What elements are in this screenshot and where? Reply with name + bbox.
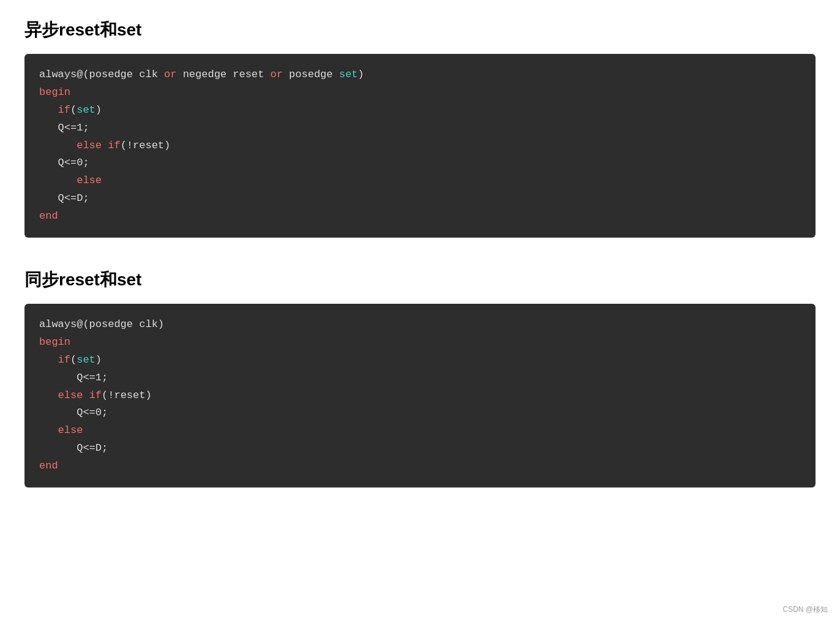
code-line: Q<=D; <box>39 190 801 208</box>
code-token <box>39 424 58 436</box>
code-line: begin <box>39 84 801 102</box>
code-token: Q<=0; <box>39 157 89 168</box>
code-token: set <box>339 69 358 80</box>
code-token: if <box>58 104 70 116</box>
code-token: else <box>58 424 83 436</box>
code-line: end <box>39 457 801 475</box>
code-token: always@(posedge clk <box>39 69 164 80</box>
section2-title: 同步reset和set <box>24 268 816 292</box>
code-token: ) <box>96 104 102 116</box>
code-token: or <box>270 69 282 80</box>
code-token: else <box>77 175 102 186</box>
code-line: if(set) <box>39 102 801 119</box>
code-line: else if(!reset) <box>39 137 801 155</box>
code-token: always@(posedge clk) <box>39 318 164 330</box>
code-token: negedge reset <box>176 69 270 80</box>
code-line: else <box>39 422 801 440</box>
code-token: else <box>77 140 108 151</box>
code-line: Q<=1; <box>39 119 801 137</box>
code-token: Q<=1; <box>39 372 108 383</box>
code-token <box>39 175 77 186</box>
code-token: ) <box>96 354 102 366</box>
code-token: set <box>77 354 96 366</box>
code-token: end <box>39 460 58 472</box>
code-line: Q<=0; <box>39 404 801 422</box>
code-token: else <box>58 390 89 401</box>
code-token: ) <box>358 69 364 80</box>
code-token: ( <box>70 354 77 366</box>
code-line: if(set) <box>39 352 801 369</box>
code-token: posedge <box>283 69 339 80</box>
code-line: always@(posedge clk or negedge reset or … <box>39 66 801 84</box>
code-line: Q<=1; <box>39 369 801 387</box>
code-token <box>39 140 77 151</box>
code-token: begin <box>39 86 70 98</box>
code-token: if <box>108 140 120 151</box>
code-token: (!reset) <box>121 140 171 151</box>
code-token <box>39 354 58 366</box>
code-token <box>39 390 58 401</box>
code-token: end <box>39 210 58 222</box>
code-token: Q<=0; <box>39 407 108 418</box>
section2-code-block: always@(posedge clk)begin if(set) Q<=1; … <box>24 304 816 487</box>
code-token: Q<=D; <box>39 192 89 204</box>
section1-code-block: always@(posedge clk or negedge reset or … <box>24 54 816 238</box>
code-token <box>39 104 58 116</box>
code-token: (!reset) <box>102 390 152 401</box>
section1-title: 异步reset和set <box>24 18 816 42</box>
code-token: if <box>89 390 102 401</box>
code-token: if <box>58 354 70 366</box>
code-line: else <box>39 172 801 190</box>
code-token: ( <box>70 104 77 116</box>
code-token: Q<=D; <box>39 442 108 454</box>
watermark: CSDN @移知 <box>782 604 828 615</box>
code-line: end <box>39 208 801 225</box>
code-line: else if(!reset) <box>39 387 801 405</box>
code-line: Q<=D; <box>39 440 801 457</box>
code-line: Q<=0; <box>39 154 801 172</box>
code-token: or <box>164 69 176 80</box>
code-line: always@(posedge clk) <box>39 316 801 334</box>
code-token: Q<=1; <box>39 122 89 134</box>
code-token: set <box>77 104 96 116</box>
code-token: begin <box>39 336 70 348</box>
code-line: begin <box>39 334 801 352</box>
